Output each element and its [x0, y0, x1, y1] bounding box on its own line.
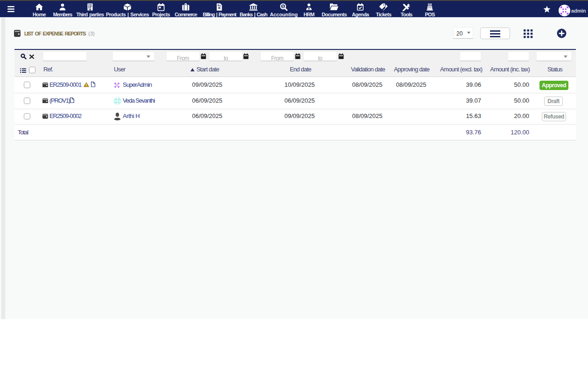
svg-text:$: $ [282, 4, 285, 8]
